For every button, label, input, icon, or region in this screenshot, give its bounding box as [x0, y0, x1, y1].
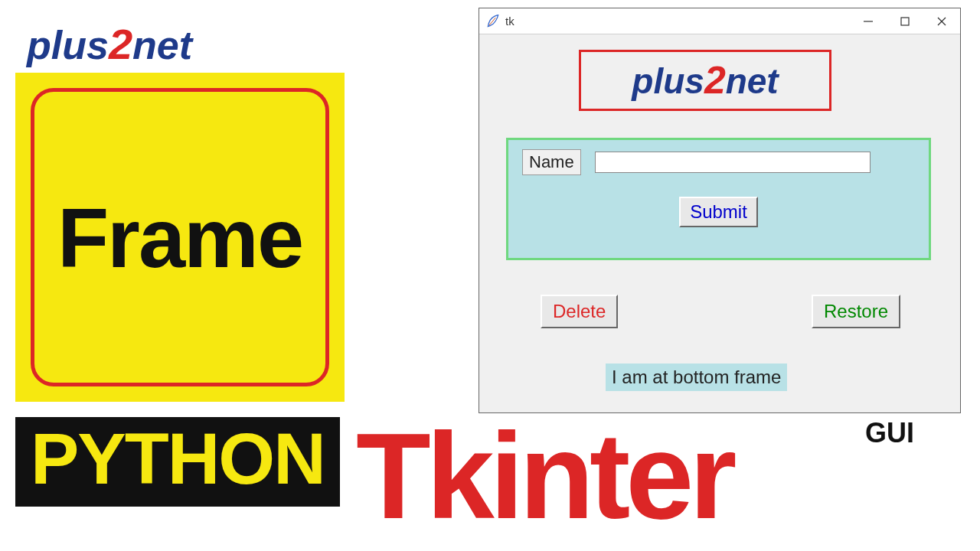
tkinter-window: tk plus2net Name Submit [479, 8, 961, 413]
bottom-frame-label: I am at bottom frame [606, 364, 787, 391]
logo-frame: plus2net [579, 50, 831, 111]
logo-part3: net [132, 23, 192, 67]
gui-text: GUI [865, 417, 914, 449]
logo-frame-text: plus2net [632, 58, 778, 103]
close-button[interactable] [923, 8, 960, 34]
minimize-icon [864, 17, 873, 26]
name-input[interactable] [595, 152, 871, 173]
python-banner: PYTHON [15, 417, 340, 507]
logo-frame-part3: net [726, 61, 779, 101]
python-text: PYTHON [31, 418, 325, 499]
action-button-row: Delete Restore [541, 295, 900, 328]
maximize-icon [900, 17, 910, 26]
window-controls [850, 8, 960, 34]
frame-banner-border: Frame [31, 88, 329, 386]
svg-rect-1 [901, 18, 909, 25]
frame-title: Frame [57, 189, 302, 286]
tkinter-text: Tkinter [356, 406, 732, 546]
window-titlebar: tk [479, 8, 960, 34]
logo-part1: plus [27, 23, 109, 67]
maximize-button[interactable] [887, 8, 923, 34]
restore-button[interactable]: Restore [812, 295, 900, 328]
window-title: tk [505, 15, 850, 28]
submit-row: Submit [522, 197, 915, 227]
tkinter-feather-icon [485, 14, 501, 29]
name-label: Name [522, 149, 581, 175]
submit-button[interactable]: Submit [679, 197, 758, 227]
brand-logo: plus2net [27, 19, 192, 69]
delete-button[interactable]: Delete [541, 295, 618, 328]
frame-banner: Frame [15, 73, 345, 402]
form-frame: Name Submit [506, 138, 931, 260]
close-icon [937, 17, 946, 26]
minimize-button[interactable] [850, 8, 887, 34]
logo-frame-part2: 2 [704, 59, 726, 102]
name-row: Name [522, 149, 915, 175]
logo-frame-part1: plus [632, 61, 704, 101]
logo-part2: 2 [109, 20, 132, 68]
window-body: plus2net Name Submit Delete Restore I am… [479, 34, 960, 412]
